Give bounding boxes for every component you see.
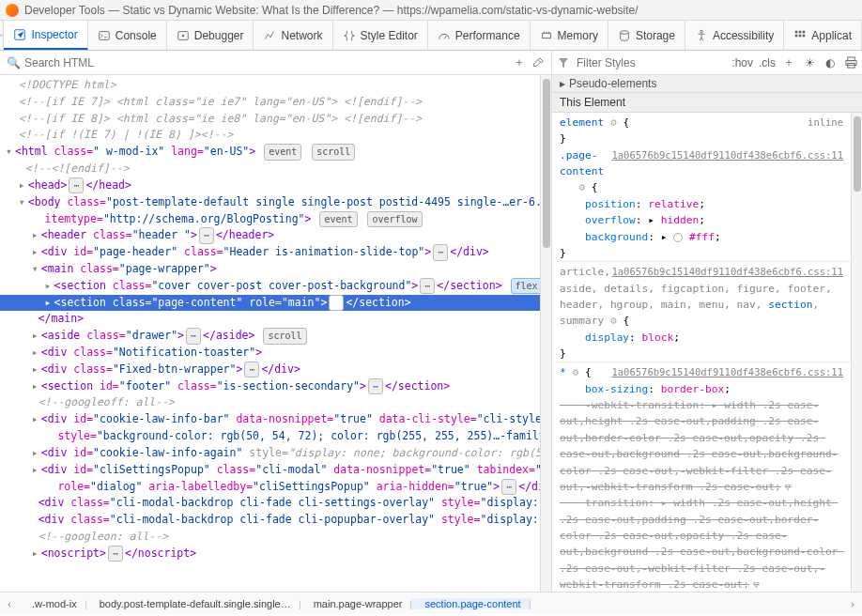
svg-rect-18 <box>803 34 806 37</box>
color-swatch[interactable] <box>673 233 683 242</box>
add-rule-icon[interactable]: ＋ <box>781 55 796 70</box>
svg-rect-3 <box>99 31 109 39</box>
svg-point-11 <box>621 30 629 34</box>
svg-line-6 <box>444 36 447 39</box>
light-mode-icon[interactable]: ☀ <box>802 55 817 70</box>
tab-accessibility[interactable]: Accessibility <box>685 21 784 50</box>
dark-mode-icon[interactable]: ◐ <box>823 55 838 70</box>
svg-point-5 <box>182 35 184 37</box>
crumb-body[interactable]: body.post-template-default.single.single… <box>86 598 300 609</box>
source-link[interactable]: 1a06576b9c15140df9110df438e6cbf6.css:11 <box>611 364 843 379</box>
print-media-icon[interactable] <box>843 55 858 70</box>
svg-point-12 <box>700 30 703 33</box>
firefox-icon <box>6 4 19 17</box>
svg-rect-17 <box>799 34 802 37</box>
filter-icon[interactable]: ▽ <box>785 481 792 493</box>
selected-node[interactable]: ▸<section class="page-content" role="mai… <box>0 295 540 312</box>
filter-icon[interactable]: ▽ <box>753 578 760 591</box>
rules-pane: ▸Pseudo-elements This Element inlineelem… <box>552 75 862 592</box>
devtools-tabs: Inspector Console Debugger Network Style… <box>0 21 862 51</box>
filter-styles-input[interactable] <box>577 56 726 69</box>
gear-icon[interactable]: ⚙ <box>610 315 617 327</box>
crumb-section[interactable]: section.page-content <box>411 598 530 609</box>
svg-rect-19 <box>847 57 854 61</box>
svg-rect-13 <box>795 30 798 33</box>
tab-debugger[interactable]: Debugger <box>167 21 254 50</box>
svg-rect-16 <box>795 34 798 37</box>
crumb-main[interactable]: main.page-wrapper <box>300 598 412 609</box>
rules-scrollbar[interactable] <box>851 113 862 592</box>
svg-rect-7 <box>542 33 550 38</box>
tab-network[interactable]: Network <box>254 21 332 50</box>
dom-tree-pane: <!DOCTYPE html> <!--[if IE 7]> <html cla… <box>0 75 552 592</box>
tab-console[interactable]: Console <box>88 21 167 50</box>
gear-icon[interactable]: ⚙ <box>573 366 579 378</box>
filter-row: 🔍 ＋ :hov .cls ＋ ☀ ◐ <box>0 51 862 75</box>
svg-rect-0 <box>0 34 3 36</box>
dom-tree[interactable]: <!DOCTYPE html> <!--[if IE 7]> <html cla… <box>0 75 540 592</box>
breadcrumb-bar: ‹ .w-mod-ix body.post-template-default.s… <box>0 592 862 614</box>
add-node-icon[interactable]: ＋ <box>512 55 527 70</box>
search-icon: 🔍 <box>6 55 21 70</box>
window-title: Developer Tools — Static vs Dynamic Webs… <box>24 4 639 17</box>
breadcrumb-next[interactable]: › <box>843 598 862 609</box>
hov-toggle[interactable]: :hov <box>731 56 753 69</box>
tab-storage[interactable]: Storage <box>608 21 685 50</box>
tab-memory[interactable]: Memory <box>531 21 608 50</box>
funnel-icon <box>556 55 571 70</box>
search-html-input[interactable] <box>24 56 508 69</box>
svg-rect-14 <box>799 30 802 33</box>
gear-icon[interactable]: ⚙ <box>610 116 617 129</box>
css-rules[interactable]: inlineelement ⚙ { } 1a06576b9c15140df911… <box>552 113 851 592</box>
dom-scrollbar[interactable] <box>540 75 551 592</box>
cls-toggle[interactable]: .cls <box>759 56 776 69</box>
breadcrumb-prev[interactable]: ‹ <box>0 598 19 609</box>
tab-style-editor[interactable]: Style Editor <box>333 21 428 50</box>
source-link[interactable]: 1a06576b9c15140df9110df438e6cbf6.css:11 <box>611 147 843 162</box>
tab-application[interactable]: Applicat <box>784 21 862 50</box>
tab-inspector[interactable]: Inspector <box>4 21 87 50</box>
eyedropper-icon[interactable] <box>531 55 546 70</box>
crumb-html[interactable]: .w-mod-ix <box>19 598 86 609</box>
source-link[interactable]: 1a06576b9c15140df9110df438e6cbf6.css:11 <box>611 264 843 279</box>
tab-performance[interactable]: Performance <box>428 21 531 50</box>
gear-icon[interactable]: ⚙ <box>578 181 585 193</box>
this-element-section: This Element <box>552 93 862 113</box>
pseudo-elements-section[interactable]: ▸Pseudo-elements <box>552 75 862 93</box>
svg-rect-15 <box>803 30 806 33</box>
window-titlebar: Developer Tools — Static vs Dynamic Webs… <box>0 0 862 21</box>
